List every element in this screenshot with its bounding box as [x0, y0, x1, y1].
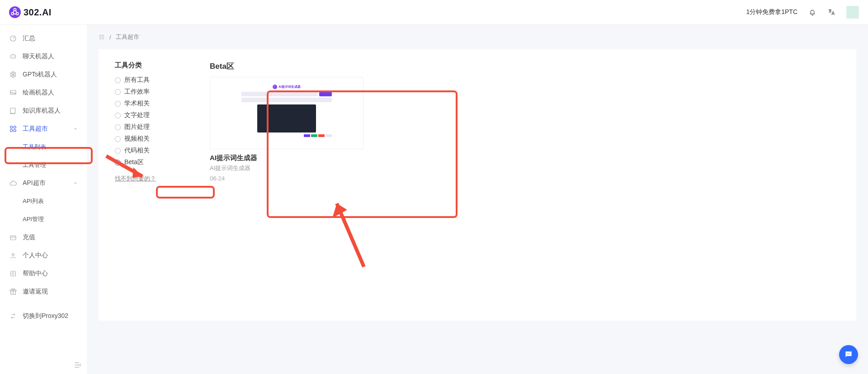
sidebar-item-label: API超市 — [23, 179, 46, 187]
sidebar-item-label: 工具列表 — [23, 143, 46, 151]
category-option-image[interactable]: 图片处理 — [115, 123, 178, 131]
sidebar-item-chatbot[interactable]: 聊天机器人 — [3, 47, 84, 66]
top-right: 1分钟免费拿1PTC — [746, 6, 859, 19]
sidebar-sub-tool-manage[interactable]: 工具管理 — [3, 156, 84, 174]
cards-column: Beta区 AI提示词生成器 — [210, 61, 840, 309]
category-option-beta[interactable]: Beta区 — [115, 158, 178, 166]
category-label: 视频相关 — [124, 135, 150, 143]
svg-rect-12 — [14, 130, 16, 132]
sidebar-item-api-market[interactable]: API超市 — [3, 174, 84, 192]
avatar[interactable] — [846, 6, 859, 19]
book-icon — [9, 107, 17, 115]
svg-rect-13 — [10, 236, 16, 240]
radio-icon — [115, 113, 121, 118]
sidebar-item-label: 充值 — [23, 233, 35, 241]
sidebar-item-invite[interactable]: 邀请返现 — [3, 283, 84, 301]
gpt-icon — [9, 71, 17, 79]
card-title: AI提示词生成器 — [210, 154, 363, 162]
radio-icon — [115, 89, 121, 95]
sidebar-item-gpts[interactable]: GPTs机器人 — [3, 66, 84, 84]
wallet-icon — [9, 233, 17, 241]
paint-icon — [9, 89, 17, 97]
cloud-icon — [9, 179, 17, 187]
person-icon — [9, 251, 17, 260]
top-bar: 302.AI 1分钟免费拿1PTC — [0, 0, 868, 25]
svg-rect-16 — [99, 35, 101, 37]
collapse-icon[interactable] — [73, 360, 82, 369]
svg-rect-17 — [102, 35, 104, 37]
brand[interactable]: 302.AI — [9, 6, 52, 18]
category-label: Beta区 — [124, 158, 144, 166]
category-label: 图片处理 — [124, 123, 150, 131]
category-option-video[interactable]: 视频相关 — [115, 135, 178, 143]
sidebar-sub-api-list[interactable]: API列表 — [3, 192, 84, 210]
sidebar-item-label: 工具超市 — [23, 125, 48, 133]
sidebar-item-tool-market[interactable]: 工具超市 — [3, 120, 84, 138]
thumb-logo-icon — [273, 85, 277, 89]
sidebar-sub-tool-list[interactable]: 工具列表 — [3, 138, 84, 156]
sidebar-item-label: API管理 — [23, 215, 44, 223]
promo-link[interactable]: 1分钟免费拿1PTC — [746, 8, 797, 16]
help-icon — [9, 270, 17, 278]
sidebar-item-label: 切换到Proxy302 — [23, 312, 68, 320]
card-date: 06-24 — [210, 175, 363, 182]
svg-point-6 — [12, 56, 13, 57]
category-label: 所有工具 — [124, 76, 150, 84]
brand-name: 302.AI — [24, 7, 52, 18]
sidebar-item-label: 个人中心 — [23, 251, 48, 260]
sidebar-item-label: API列表 — [23, 197, 44, 205]
swap-icon — [9, 312, 17, 320]
sidebar-item-recharge[interactable]: 充值 — [3, 228, 84, 246]
chat-fab[interactable] — [839, 345, 858, 364]
sidebar-item-profile[interactable]: 个人中心 — [3, 246, 84, 265]
category-column: 工具分类 所有工具 工作效率 学术相关 文字处理 图片处理 视频相关 代码相关 … — [115, 61, 178, 309]
sidebar-item-dashboard[interactable]: 汇总 — [3, 29, 84, 47]
radio-icon — [115, 77, 121, 83]
radio-icon — [115, 136, 121, 142]
svg-rect-11 — [10, 130, 13, 132]
svg-rect-19 — [102, 38, 104, 39]
svg-rect-18 — [99, 38, 101, 39]
svg-rect-10 — [14, 126, 16, 128]
sidebar-item-knowledge[interactable]: 知识库机器人 — [3, 102, 84, 120]
svg-rect-9 — [10, 126, 13, 128]
radio-icon — [115, 124, 121, 130]
svg-point-22 — [847, 354, 848, 355]
sidebar-item-proxy[interactable]: 切换到Proxy302 — [3, 307, 84, 325]
sidebar-item-help[interactable]: 帮助中心 — [3, 265, 84, 283]
home-grid-icon[interactable] — [99, 34, 105, 40]
thumbnail-preview: AI提示词生成器 — [235, 83, 339, 144]
bell-icon[interactable] — [808, 8, 816, 16]
breadcrumb-page[interactable]: 工具超市 — [116, 33, 139, 41]
main-panel: 工具分类 所有工具 工作效率 学术相关 文字处理 图片处理 视频相关 代码相关 … — [99, 49, 856, 321]
radio-icon — [115, 160, 121, 166]
content-area: / 工具超市 工具分类 所有工具 工作效率 学术相关 文字处理 图片处理 视频相… — [87, 25, 868, 374]
missing-link[interactable]: 找不到想要的？ — [115, 175, 156, 183]
sidebar-item-label: 邀请返现 — [23, 288, 48, 296]
category-option-text[interactable]: 文字处理 — [115, 111, 178, 119]
category-option-all[interactable]: 所有工具 — [115, 76, 178, 84]
radio-icon — [115, 148, 121, 154]
sidebar-item-paint[interactable]: 绘画机器人 — [3, 84, 84, 102]
category-label: 代码相关 — [124, 147, 150, 155]
breadcrumb-sep: / — [109, 34, 111, 41]
bot-icon — [9, 52, 17, 61]
chat-icon — [844, 350, 853, 359]
sidebar-item-label: GPTs机器人 — [23, 71, 57, 79]
language-icon[interactable] — [827, 8, 835, 16]
card-subtitle: AI提示词生成器 — [210, 164, 363, 172]
category-option-efficiency[interactable]: 工作效率 — [115, 88, 178, 96]
sidebar-item-label: 汇总 — [23, 34, 35, 43]
chevron-up-icon — [73, 181, 78, 185]
svg-point-7 — [14, 56, 15, 57]
tool-card[interactable]: AI提示词生成器 — [210, 77, 363, 182]
svg-point-23 — [848, 354, 849, 355]
radio-icon — [115, 101, 121, 107]
sidebar-sub-api-manage[interactable]: API管理 — [3, 210, 84, 228]
section-title: Beta区 — [210, 61, 840, 71]
sidebar-item-label: 聊天机器人 — [23, 52, 54, 61]
category-label: 文字处理 — [124, 111, 150, 119]
sidebar-item-label: 工具管理 — [23, 161, 46, 169]
category-option-code[interactable]: 代码相关 — [115, 147, 178, 155]
category-option-academic[interactable]: 学术相关 — [115, 99, 178, 108]
